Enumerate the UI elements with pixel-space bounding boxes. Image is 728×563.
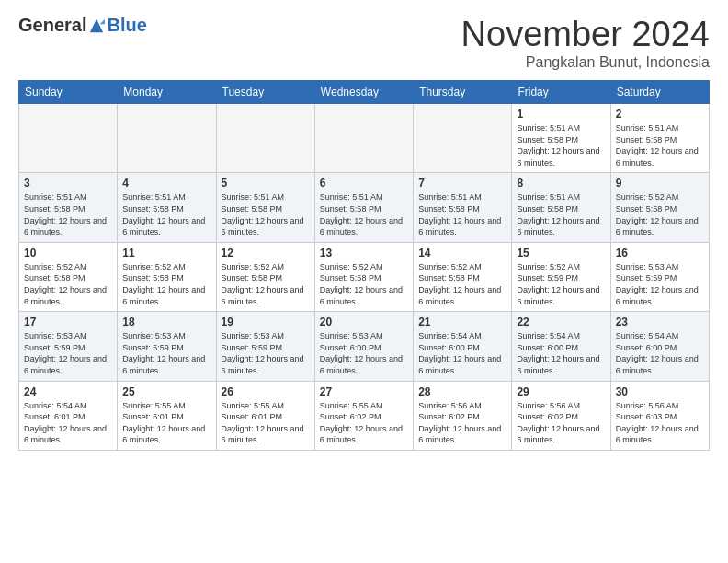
day-number: 7 (418, 177, 506, 190)
calendar-cell: 14Sunrise: 5:52 AMSunset: 5:58 PMDayligh… (414, 242, 512, 311)
day-info: Sunrise: 5:51 AMSunset: 5:58 PMDaylight:… (616, 122, 704, 168)
day-number: 29 (517, 385, 605, 398)
day-number: 11 (122, 247, 210, 259)
logo-blue: Blue (107, 15, 146, 36)
week-row-1: 3Sunrise: 5:51 AMSunset: 5:58 PMDaylight… (19, 173, 710, 242)
day-info: Sunrise: 5:51 AMSunset: 5:58 PMDaylight:… (320, 191, 408, 237)
day-info: Sunrise: 5:52 AMSunset: 5:58 PMDaylight:… (320, 261, 408, 307)
calendar-cell: 21Sunrise: 5:54 AMSunset: 6:00 PMDayligh… (414, 312, 512, 381)
day-number: 10 (24, 247, 112, 259)
logo-general: General (18, 15, 86, 36)
day-info: Sunrise: 5:51 AMSunset: 5:58 PMDaylight:… (24, 191, 112, 237)
day-number: 5 (222, 177, 310, 190)
calendar-cell: 16Sunrise: 5:53 AMSunset: 5:59 PMDayligh… (610, 242, 709, 311)
day-info: Sunrise: 5:52 AMSunset: 5:58 PMDaylight:… (616, 191, 704, 237)
day-number: 21 (418, 316, 506, 328)
day-info: Sunrise: 5:52 AMSunset: 5:59 PMDaylight:… (517, 261, 605, 307)
day-info: Sunrise: 5:53 AMSunset: 6:00 PMDaylight:… (320, 330, 408, 376)
calendar-cell (314, 104, 413, 173)
calendar-cell: 1Sunrise: 5:51 AMSunset: 5:58 PMDaylight… (512, 104, 610, 173)
col-thursday: Thursday (414, 81, 512, 104)
calendar-cell: 8Sunrise: 5:51 AMSunset: 5:58 PMDaylight… (512, 173, 610, 242)
page: General Blue November 2024 Pangkalan Bun… (0, 0, 728, 465)
day-info: Sunrise: 5:53 AMSunset: 5:59 PMDaylight:… (616, 261, 704, 307)
day-info: Sunrise: 5:54 AMSunset: 6:00 PMDaylight:… (616, 330, 704, 376)
col-sunday: Sunday (19, 81, 118, 104)
day-number: 28 (418, 385, 506, 398)
calendar: Sunday Monday Tuesday Wednesday Thursday… (18, 80, 710, 451)
calendar-cell: 6Sunrise: 5:51 AMSunset: 5:58 PMDaylight… (314, 173, 413, 242)
header-area: General Blue November 2024 Pangkalan Bun… (18, 15, 710, 71)
day-info: Sunrise: 5:51 AMSunset: 5:58 PMDaylight:… (517, 122, 605, 168)
calendar-cell: 24Sunrise: 5:54 AMSunset: 6:01 PMDayligh… (19, 381, 118, 450)
logo-icon (88, 17, 105, 34)
month-title: November 2024 (461, 15, 710, 54)
week-row-0: 1Sunrise: 5:51 AMSunset: 5:58 PMDaylight… (19, 104, 710, 173)
day-number: 18 (122, 316, 210, 328)
day-number: 27 (320, 385, 408, 398)
day-info: Sunrise: 5:56 AMSunset: 6:02 PMDaylight:… (418, 400, 506, 446)
day-number: 9 (616, 177, 704, 190)
calendar-cell: 7Sunrise: 5:51 AMSunset: 5:58 PMDaylight… (414, 173, 512, 242)
day-info: Sunrise: 5:52 AMSunset: 5:58 PMDaylight:… (122, 261, 210, 307)
calendar-cell: 25Sunrise: 5:55 AMSunset: 6:01 PMDayligh… (118, 381, 216, 450)
day-info: Sunrise: 5:52 AMSunset: 5:58 PMDaylight:… (418, 261, 506, 307)
svg-marker-1 (100, 18, 105, 23)
location: Pangkalan Bunut, Indonesia (461, 54, 710, 71)
calendar-cell (414, 104, 512, 173)
calendar-cell: 26Sunrise: 5:55 AMSunset: 6:01 PMDayligh… (216, 381, 314, 450)
day-number: 13 (320, 247, 408, 259)
calendar-cell: 4Sunrise: 5:51 AMSunset: 5:58 PMDaylight… (118, 173, 216, 242)
day-number: 14 (418, 247, 506, 259)
calendar-cell: 15Sunrise: 5:52 AMSunset: 5:59 PMDayligh… (512, 242, 610, 311)
col-friday: Friday (512, 81, 610, 104)
calendar-cell: 12Sunrise: 5:52 AMSunset: 5:58 PMDayligh… (216, 242, 314, 311)
day-info: Sunrise: 5:55 AMSunset: 6:01 PMDaylight:… (122, 400, 210, 446)
week-row-3: 17Sunrise: 5:53 AMSunset: 5:59 PMDayligh… (19, 312, 710, 381)
col-saturday: Saturday (610, 81, 709, 104)
calendar-cell: 19Sunrise: 5:53 AMSunset: 5:59 PMDayligh… (216, 312, 314, 381)
calendar-cell: 23Sunrise: 5:54 AMSunset: 6:00 PMDayligh… (610, 312, 709, 381)
day-number: 20 (320, 316, 408, 328)
calendar-cell (216, 104, 314, 173)
day-number: 26 (222, 385, 310, 398)
day-number: 17 (24, 316, 112, 328)
calendar-cell: 10Sunrise: 5:52 AMSunset: 5:58 PMDayligh… (19, 242, 118, 311)
day-info: Sunrise: 5:55 AMSunset: 6:01 PMDaylight:… (222, 400, 310, 446)
week-row-2: 10Sunrise: 5:52 AMSunset: 5:58 PMDayligh… (19, 242, 710, 311)
calendar-cell: 11Sunrise: 5:52 AMSunset: 5:58 PMDayligh… (118, 242, 216, 311)
day-number: 24 (24, 385, 112, 398)
calendar-cell: 27Sunrise: 5:55 AMSunset: 6:02 PMDayligh… (314, 381, 413, 450)
day-info: Sunrise: 5:54 AMSunset: 6:00 PMDaylight:… (517, 330, 605, 376)
day-number: 12 (222, 247, 310, 259)
calendar-cell: 30Sunrise: 5:56 AMSunset: 6:03 PMDayligh… (610, 381, 709, 450)
day-number: 4 (122, 177, 210, 190)
day-number: 1 (517, 108, 605, 121)
logo: General Blue (18, 15, 147, 36)
day-number: 30 (616, 385, 704, 398)
week-row-4: 24Sunrise: 5:54 AMSunset: 6:01 PMDayligh… (19, 381, 710, 450)
day-number: 6 (320, 177, 408, 190)
day-info: Sunrise: 5:52 AMSunset: 5:58 PMDaylight:… (222, 261, 310, 307)
day-info: Sunrise: 5:51 AMSunset: 5:58 PMDaylight:… (222, 191, 310, 237)
day-info: Sunrise: 5:53 AMSunset: 5:59 PMDaylight:… (222, 330, 310, 376)
logo-area: General Blue (18, 15, 147, 36)
day-info: Sunrise: 5:56 AMSunset: 6:02 PMDaylight:… (517, 400, 605, 446)
col-tuesday: Tuesday (216, 81, 314, 104)
day-info: Sunrise: 5:54 AMSunset: 6:00 PMDaylight:… (418, 330, 506, 376)
calendar-cell: 5Sunrise: 5:51 AMSunset: 5:58 PMDaylight… (216, 173, 314, 242)
day-number: 25 (122, 385, 210, 398)
day-info: Sunrise: 5:51 AMSunset: 5:58 PMDaylight:… (517, 191, 605, 237)
calendar-cell: 3Sunrise: 5:51 AMSunset: 5:58 PMDaylight… (19, 173, 118, 242)
day-info: Sunrise: 5:53 AMSunset: 5:59 PMDaylight:… (122, 330, 210, 376)
calendar-cell: 29Sunrise: 5:56 AMSunset: 6:02 PMDayligh… (512, 381, 610, 450)
col-monday: Monday (118, 81, 216, 104)
calendar-cell: 18Sunrise: 5:53 AMSunset: 5:59 PMDayligh… (118, 312, 216, 381)
day-number: 19 (222, 316, 310, 328)
calendar-cell (19, 104, 118, 173)
day-info: Sunrise: 5:53 AMSunset: 5:59 PMDaylight:… (24, 330, 112, 376)
day-info: Sunrise: 5:51 AMSunset: 5:58 PMDaylight:… (122, 191, 210, 237)
day-info: Sunrise: 5:54 AMSunset: 6:01 PMDaylight:… (24, 400, 112, 446)
calendar-cell: 17Sunrise: 5:53 AMSunset: 5:59 PMDayligh… (19, 312, 118, 381)
day-number: 2 (616, 108, 704, 121)
